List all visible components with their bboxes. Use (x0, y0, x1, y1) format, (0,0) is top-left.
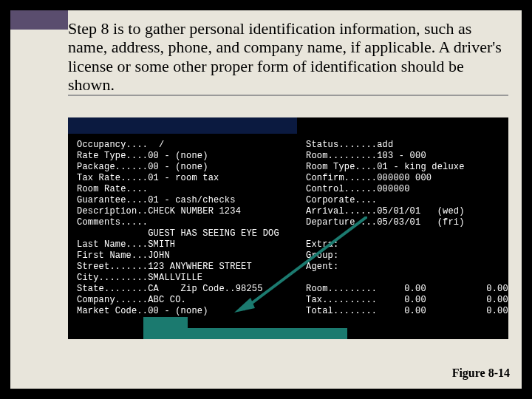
slide: Step 8 is to gather personal identificat… (10, 10, 522, 389)
terminal-titlebar (68, 117, 297, 134)
step-caption: Step 8 is to gather personal identificat… (68, 19, 508, 94)
terminal-left-column: Occupancy.... / Rate Type....00 - (none)… (77, 140, 279, 317)
terminal-right-column: Status.......add Room.........103 - 000 … (306, 140, 508, 317)
highlight-company-line (143, 328, 347, 339)
corner-accent (10, 10, 68, 30)
terminal-text: Occupancy.... / Rate Type....00 - (none)… (77, 140, 499, 206)
figure-label: Figure 8-14 (452, 366, 510, 380)
highlight-company-value (143, 317, 188, 328)
divider (68, 95, 508, 96)
terminal-titlebar-shadow (68, 134, 508, 138)
terminal-screenshot: Occupancy.... / Rate Type....00 - (none)… (68, 117, 508, 339)
